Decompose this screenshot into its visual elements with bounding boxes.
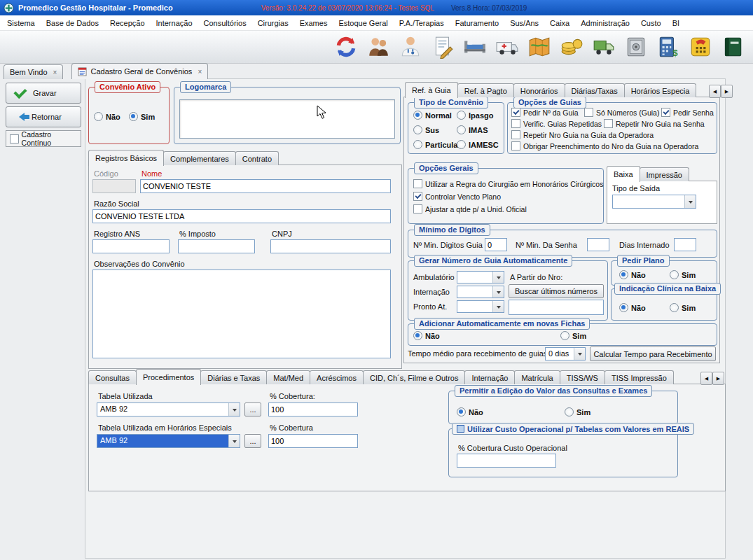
menu-exames[interactable]: Exames [294, 17, 333, 29]
tab-internacao[interactable]: Internação [464, 370, 515, 384]
truck-icon[interactable] [590, 33, 617, 61]
min-senha-input[interactable] [587, 238, 609, 251]
tab-procedimentos[interactable]: Procedimentos [136, 369, 201, 385]
pronto-at-combo[interactable] [457, 300, 504, 313]
menu-sus-ans[interactable]: Sus/Ans [504, 17, 544, 29]
tab-consultas[interactable]: Consultas [88, 370, 137, 384]
tab-cadastro-convenios[interactable]: Cadastro Geral de Convênios × [71, 63, 208, 79]
bottom-tabs-scroll-right-button[interactable]: ▶ [712, 372, 724, 385]
chevron-down-icon[interactable] [228, 403, 240, 416]
a-partir-nro-input[interactable] [509, 300, 604, 315]
tab-baixa[interactable]: Baixa [607, 166, 640, 182]
map-icon[interactable] [526, 33, 553, 61]
tabela-browse-button[interactable]: ... [244, 402, 261, 416]
pedir-numero-guia-checkbox[interactable]: Pedir Nº da Guia [511, 108, 579, 117]
sync-icon[interactable] [333, 33, 359, 61]
tab-honorarios[interactable]: Honorários [513, 83, 565, 97]
indicacao-sim-radio[interactable]: Sim [670, 303, 696, 312]
bottom-tabs-scroll-left-button[interactable]: ◀ [700, 372, 712, 385]
menu-base-de-dados[interactable]: Base de Dados [41, 17, 104, 29]
ref-tabs-scroll-left-button[interactable]: ◀ [709, 85, 721, 98]
nome-input[interactable] [140, 179, 391, 193]
permitir-sim-radio[interactable]: Sim [565, 407, 590, 416]
tab-matricula[interactable]: Matrícula [514, 370, 560, 384]
retornar-button[interactable]: Retornar [6, 106, 81, 127]
tab-tiss-impressao[interactable]: TISS Impressão [605, 370, 674, 384]
razao-social-input[interactable] [92, 209, 391, 223]
tipo-normal-radio[interactable]: Normal [413, 111, 452, 120]
gravar-button[interactable]: Gravar [6, 83, 81, 104]
min-digitos-guia-input[interactable] [485, 238, 507, 251]
tipo-imas-radio[interactable]: IMAS [457, 125, 488, 134]
codigo-input[interactable] [92, 179, 136, 193]
chevron-down-icon[interactable] [684, 195, 696, 208]
menu-recepcao[interactable]: Recepção [104, 17, 151, 29]
pedir-senha-checkbox[interactable]: Pedir Senha [661, 108, 714, 117]
menu-faturamento[interactable]: Faturamento [450, 17, 504, 29]
menu-cirurgias[interactable]: Cirurgias [252, 17, 294, 29]
chevron-down-icon[interactable] [492, 286, 504, 298]
cnpj-input[interactable] [270, 239, 391, 253]
calcular-tempo-button[interactable]: Calcular Tempo para Recebimento [590, 346, 716, 361]
internacao-combo[interactable] [457, 286, 504, 298]
tipo-saida-combo[interactable] [612, 195, 696, 209]
tabela-horarios-especiais-combo[interactable]: AMB 92 [97, 434, 240, 448]
tab-ref-pagto[interactable]: Ref. à Pagto [457, 83, 514, 97]
regra-cirurgiao-checkbox[interactable]: Utilizar a Regra do Cirurgião em Honorár… [413, 179, 603, 188]
pedir-plano-sim-radio[interactable]: Sim [670, 270, 696, 279]
book-icon[interactable] [719, 33, 746, 61]
tab-bem-vindo[interactable]: Bem Vindo × [4, 64, 63, 79]
registro-ans-input[interactable] [92, 239, 170, 253]
calculator-icon[interactable]: $ [655, 33, 682, 61]
permitir-nao-radio[interactable]: Não [457, 407, 483, 416]
chevron-down-icon[interactable] [574, 348, 585, 360]
cobertura-input[interactable] [268, 402, 358, 416]
pedir-plano-nao-radio[interactable]: Não [619, 270, 646, 279]
tab-impressao[interactable]: Impressão [640, 167, 689, 181]
ambulance-icon[interactable] [494, 33, 520, 61]
imposto-input[interactable] [178, 239, 255, 253]
coins-icon[interactable] [558, 33, 585, 61]
tab-diarias-e-taxas[interactable]: Diárias e Taxas [200, 370, 267, 384]
tab-contrato[interactable]: Contrato [235, 151, 279, 165]
cobertura-custo-input[interactable] [457, 454, 556, 468]
menu-administracao[interactable]: Administração [575, 17, 635, 29]
tipo-iamesc-radio[interactable]: IAMESC [457, 140, 499, 149]
verific-guias-repetidas-checkbox[interactable]: Verific. Guias Repetidas [511, 119, 602, 128]
repetir-nro-guia-operadora-checkbox[interactable]: Repetir Nro Guia na Guia da Operadora [511, 130, 654, 139]
cobertura-he-input[interactable] [268, 434, 358, 448]
ajustar-qtde-checkbox[interactable]: Ajustar a qtde p/ a Unid. Oficial [413, 204, 527, 214]
ambulatorio-combo[interactable] [457, 271, 504, 284]
tab-horarios-especiais[interactable]: Horários Especia [624, 83, 697, 97]
custo-operacional-checkbox[interactable] [457, 425, 464, 433]
cadastro-continuo-checkbox[interactable]: Cadastro Contínuo [6, 130, 81, 147]
close-icon[interactable]: × [198, 68, 202, 76]
doctor-icon[interactable] [397, 33, 424, 61]
prescription-icon[interactable] [429, 33, 456, 61]
menu-pa-terapias[interactable]: P.A./Terapias [394, 17, 450, 29]
tabela-he-browse-button[interactable]: ... [244, 434, 261, 448]
tab-cid-chs-filme-outros[interactable]: CID, Ch´s, Filme e Outros [363, 370, 466, 384]
tab-ref-guia[interactable]: Ref. à Guia [405, 82, 458, 98]
tipo-sus-radio[interactable]: Sus [413, 125, 439, 134]
menu-custo[interactable]: Custo [635, 17, 667, 29]
close-icon[interactable]: × [53, 69, 57, 76]
tab-registros-basicos[interactable]: Registros Básicos [88, 150, 164, 166]
menu-bi[interactable]: BI [667, 17, 685, 29]
convenio-ativo-sim-radio[interactable]: Sim [129, 112, 155, 121]
chevron-down-icon[interactable] [492, 272, 504, 283]
menu-caixa[interactable]: Caixa [544, 17, 575, 29]
so-numeros-guia-checkbox[interactable]: Só Números (Guia) [584, 108, 659, 117]
adicionar-sim-radio[interactable]: Sim [560, 331, 586, 340]
tab-mat-med[interactable]: Mat/Med [266, 370, 310, 384]
menu-consultorios[interactable]: Consultórios [198, 17, 252, 29]
tipo-particular-radio[interactable]: Particular [413, 140, 461, 149]
patients-icon[interactable] [365, 33, 392, 61]
menu-internacao[interactable]: Internação [151, 17, 198, 29]
chevron-down-icon[interactable] [228, 435, 240, 447]
tempo-medio-combo[interactable]: 0 dias [545, 347, 586, 360]
dias-internado-input[interactable] [674, 238, 696, 251]
tipo-ipasgo-radio[interactable]: Ipasgo [457, 111, 493, 120]
obrigar-preenchimento-checkbox[interactable]: Obrigar Preenchimento do Nro da Guia na … [511, 141, 698, 150]
tab-diarias-taxas[interactable]: Diárias/Taxas [565, 83, 625, 97]
